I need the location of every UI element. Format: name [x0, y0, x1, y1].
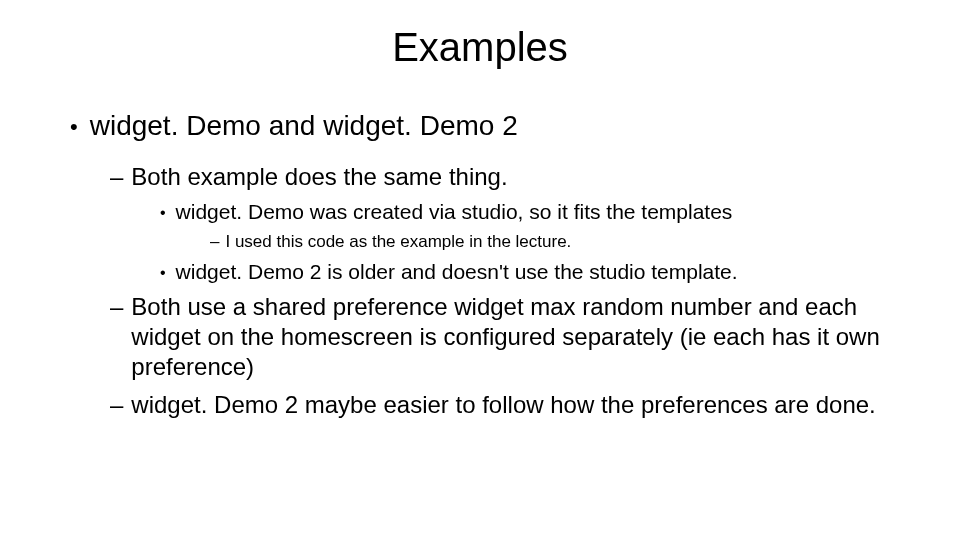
bullet-marker: •	[70, 110, 78, 144]
dash-marker: –	[110, 162, 123, 192]
dash-marker: –	[210, 232, 219, 252]
dash-marker: –	[110, 292, 123, 382]
bullet-text: widget. Demo was created via studio, so …	[176, 200, 900, 226]
dash-level4: – I used this code as the example in the…	[210, 232, 900, 252]
bullet-marker: •	[160, 200, 166, 226]
dash-level2: – Both example does the same thing.	[110, 162, 900, 192]
bullet-text: widget. Demo 2 is older and doesn't use …	[176, 260, 900, 286]
bullet-level3: • widget. Demo was created via studio, s…	[160, 200, 900, 226]
slide-title: Examples	[60, 25, 900, 70]
dash-text: Both example does the same thing.	[131, 162, 900, 192]
dash-text: Both use a shared preference widget max …	[131, 292, 900, 382]
dash-level2: – widget. Demo 2 maybe easier to follow …	[110, 390, 900, 420]
bullet-level3: • widget. Demo 2 is older and doesn't us…	[160, 260, 900, 286]
bullet-text: widget. Demo and widget. Demo 2	[90, 110, 900, 144]
dash-text: I used this code as the example in the l…	[225, 232, 900, 252]
bullet-level1: • widget. Demo and widget. Demo 2	[70, 110, 900, 144]
dash-marker: –	[110, 390, 123, 420]
dash-level2: – Both use a shared preference widget ma…	[110, 292, 900, 382]
dash-text: widget. Demo 2 maybe easier to follow ho…	[131, 390, 900, 420]
bullet-marker: •	[160, 260, 166, 286]
